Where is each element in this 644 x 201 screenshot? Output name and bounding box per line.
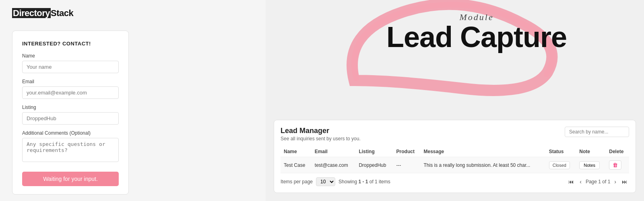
listing-input[interactable]	[22, 112, 119, 125]
col-message: Message	[421, 146, 546, 157]
col-product: Product	[393, 146, 421, 157]
col-status: Status	[546, 146, 576, 157]
header-row: Name Email Listing Product Message Statu…	[281, 146, 629, 157]
items-per-page-select[interactable]: 10 25 50	[316, 177, 335, 186]
cell-delete: 🗑	[606, 157, 629, 173]
delete-button[interactable]: 🗑	[609, 160, 621, 170]
lead-manager-title-section: Lead Manager See all inquiries sent by u…	[281, 127, 361, 142]
name-field-group: Name	[22, 53, 119, 73]
table-body: Test Case test@case.com DroppedHub --- T…	[281, 157, 629, 173]
hero-section: Module Lead Capture	[386, 12, 567, 51]
left-panel: DirectoryStack INTERESTED? CONTACT! Name…	[0, 0, 185, 201]
lead-manager-title: Lead Manager	[281, 127, 361, 135]
submit-button[interactable]: Waiting for your input.	[22, 172, 119, 186]
cell-product: ---	[393, 157, 421, 173]
contact-form-title: INTERESTED? CONTACT!	[22, 41, 119, 47]
cell-name: Test Case	[281, 157, 312, 173]
col-delete: Delete	[606, 146, 629, 157]
comments-textarea[interactable]	[22, 138, 119, 162]
name-label: Name	[22, 53, 119, 59]
lead-manager-header: Lead Manager See all inquiries sent by u…	[281, 127, 629, 142]
items-per-page-label: Items per page	[281, 179, 313, 185]
page-indicator: Page 1 of 1	[586, 179, 610, 185]
lead-manager-panel: Lead Manager See all inquiries sent by u…	[274, 120, 636, 193]
pagination: ⏮ ‹ Page 1 of 1 › ⏭	[567, 178, 629, 186]
table-row: Test Case test@case.com DroppedHub --- T…	[281, 157, 629, 173]
logo: DirectoryStack	[12, 8, 173, 18]
table-footer: Items per page 10 25 50 Showing 1 - 1 of…	[281, 177, 629, 186]
search-input[interactable]	[565, 127, 629, 137]
cell-note: Notes	[576, 157, 606, 173]
showing-text: Showing 1 - 1 of 1 items	[339, 179, 390, 185]
first-page-button[interactable]: ⏮	[567, 178, 576, 186]
comments-field-group: Additional Comments (Optional)	[22, 130, 119, 164]
status-badge: Closed	[549, 161, 570, 169]
contact-card: INTERESTED? CONTACT! Name Email Listing …	[12, 31, 129, 195]
leads-table: Name Email Listing Product Message Statu…	[281, 146, 629, 173]
items-per-page-section: Items per page 10 25 50 Showing 1 - 1 of…	[281, 177, 390, 186]
listing-field-group: Listing	[22, 105, 119, 125]
email-input[interactable]	[22, 86, 119, 99]
col-listing: Listing	[355, 146, 393, 157]
email-label: Email	[22, 79, 119, 84]
cell-email: test@case.com	[312, 157, 356, 173]
col-note: Note	[576, 146, 606, 157]
search-section	[565, 127, 629, 137]
cell-status: Closed	[546, 157, 576, 173]
last-page-button[interactable]: ⏭	[620, 178, 629, 186]
logo-part1: Directory	[12, 8, 51, 18]
hero-title: Lead Capture	[386, 23, 567, 51]
name-input[interactable]	[22, 61, 119, 73]
col-name: Name	[281, 146, 312, 157]
cell-listing: DroppedHub	[355, 157, 393, 173]
col-email: Email	[312, 146, 356, 157]
cell-message: This is a really long submission. At lea…	[421, 157, 546, 173]
prev-page-button[interactable]: ‹	[578, 178, 583, 186]
notes-button[interactable]: Notes	[579, 161, 600, 169]
right-panel: Module Lead Capture Lead Manager See all…	[266, 0, 644, 201]
comments-label: Additional Comments (Optional)	[22, 130, 119, 136]
logo-part2: Stack	[51, 8, 73, 18]
email-field-group: Email	[22, 79, 119, 99]
next-page-button[interactable]: ›	[613, 178, 618, 186]
listing-label: Listing	[22, 105, 119, 110]
lead-manager-subtitle: See all inquiries sent by users to you.	[281, 136, 361, 142]
table-header: Name Email Listing Product Message Statu…	[281, 146, 629, 157]
